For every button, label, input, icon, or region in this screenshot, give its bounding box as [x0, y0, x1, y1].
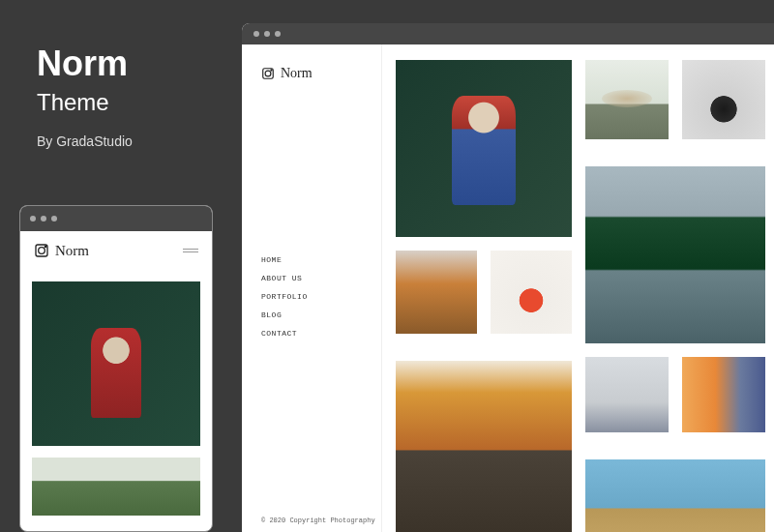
svg-point-2: [45, 246, 45, 247]
logo-text: Norm: [55, 243, 89, 259]
gallery-image[interactable]: [491, 251, 572, 334]
hamburger-icon[interactable]: [183, 247, 198, 254]
footer-copyright: © 2020 Copyright Photography: [261, 517, 375, 524]
camera-icon: [261, 67, 275, 80]
window-dot: [30, 216, 36, 222]
gallery-image[interactable]: [396, 251, 477, 334]
gallery-image[interactable]: [396, 60, 572, 237]
nav: HOME ABOUT US PORTFOLIO BLOG CONTACT: [261, 255, 362, 338]
theme-subtitle: Theme: [37, 89, 133, 116]
theme-title: Norm: [37, 46, 133, 81]
nav-item-about[interactable]: ABOUT US: [261, 274, 362, 282]
gallery-image[interactable]: [682, 60, 765, 139]
gallery-image[interactable]: [585, 357, 669, 432]
gallery-image[interactable]: [396, 361, 572, 532]
gallery-image[interactable]: [585, 459, 765, 532]
logo[interactable]: Norm: [34, 243, 89, 259]
nav-item-contact[interactable]: CONTACT: [261, 329, 362, 338]
nav-item-portfolio[interactable]: PORTFOLIO: [261, 292, 362, 301]
svg-point-4: [265, 71, 271, 76]
mobile-header: Norm: [20, 231, 212, 270]
logo-text: Norm: [281, 66, 313, 81]
window-dot: [41, 216, 46, 222]
mobile-preview-window: Norm: [19, 205, 213, 532]
gallery-image[interactable]: [585, 60, 669, 139]
gallery-image[interactable]: [682, 357, 765, 432]
svg-point-5: [271, 70, 272, 71]
logo[interactable]: Norm: [261, 66, 362, 81]
nav-item-blog[interactable]: BLOG: [261, 310, 362, 319]
svg-point-1: [39, 248, 45, 254]
camera-icon: [34, 243, 49, 258]
gallery: [382, 44, 774, 532]
window-dot: [275, 31, 281, 37]
desktop-titlebar: [242, 23, 774, 44]
gallery-image[interactable]: [32, 458, 200, 516]
window-dot: [253, 31, 259, 37]
gallery-image[interactable]: [32, 281, 200, 446]
nav-item-home[interactable]: HOME: [261, 255, 362, 264]
mobile-titlebar: [20, 206, 212, 231]
theme-author: By GradaStudio: [37, 133, 133, 149]
window-dot: [264, 31, 270, 37]
sidebar: Norm HOME ABOUT US PORTFOLIO BLOG CONTAC…: [242, 44, 382, 532]
window-dot: [51, 216, 57, 222]
desktop-preview-window: Norm HOME ABOUT US PORTFOLIO BLOG CONTAC…: [242, 23, 774, 532]
gallery-image[interactable]: [585, 166, 765, 343]
